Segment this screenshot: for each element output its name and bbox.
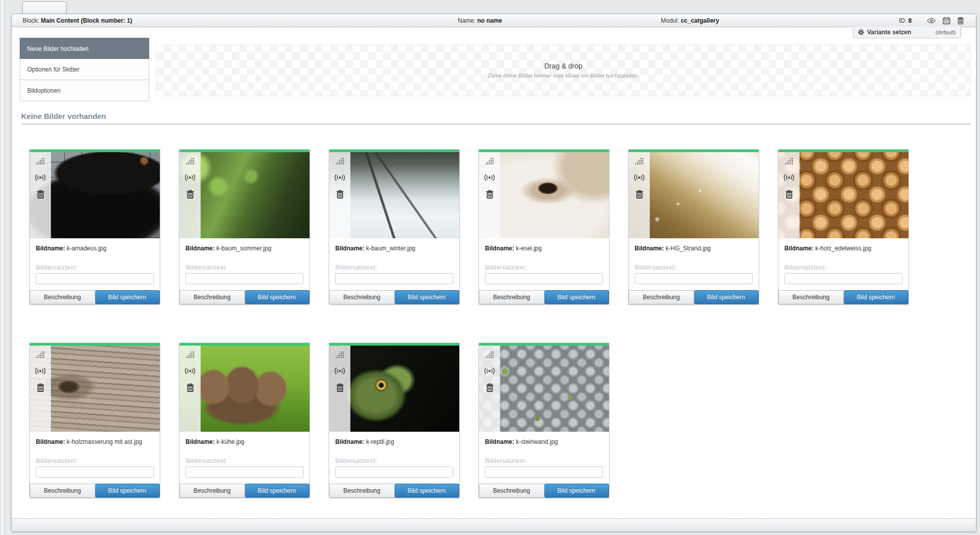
card-buttons: Beschreibung Bild speichern xyxy=(479,484,609,498)
card-buttons: Beschreibung Bild speichern xyxy=(629,290,759,304)
calendar-icon[interactable] xyxy=(943,17,950,24)
broadcast-icon[interactable] xyxy=(784,174,794,181)
description-button[interactable]: Beschreibung xyxy=(329,290,395,304)
drag-handle-icon[interactable] xyxy=(36,158,45,165)
eye-icon[interactable] xyxy=(927,18,936,23)
trash-icon[interactable] xyxy=(636,190,643,198)
description-button[interactable]: Beschreibung xyxy=(329,484,395,498)
bildname-value: k-baum_sommer.jpg xyxy=(216,245,271,252)
save-image-button[interactable]: Bild speichern xyxy=(694,290,759,304)
description-button[interactable]: Beschreibung xyxy=(30,484,95,498)
bildersatztext-input[interactable] xyxy=(485,273,603,284)
card-info: Bildname: k-amadeus.jpg Bildersatztext: xyxy=(30,238,160,290)
card-media xyxy=(479,152,609,238)
set-variant-button[interactable]: Variante setzen (default) xyxy=(853,27,961,38)
description-button[interactable]: Beschreibung xyxy=(179,484,245,498)
trash-icon[interactable] xyxy=(37,190,44,198)
card-media xyxy=(329,346,459,432)
tab-bildoptionen[interactable]: Bildoptionen xyxy=(20,80,149,101)
drag-drop-upload-area[interactable]: Drag & drop Ziehe deine Bilder hierher o… xyxy=(156,44,971,96)
card-icon-strip xyxy=(30,152,51,238)
broadcast-icon[interactable] xyxy=(35,174,45,181)
trash-icon[interactable] xyxy=(336,190,344,198)
bildersatztext-input[interactable] xyxy=(36,466,154,478)
description-button[interactable]: Beschreibung xyxy=(629,290,694,304)
broadcast-icon[interactable] xyxy=(484,174,495,181)
trash-icon[interactable] xyxy=(486,190,494,198)
description-button[interactable]: Beschreibung xyxy=(778,290,844,304)
drag-handle-icon[interactable] xyxy=(186,158,195,165)
bildname-value: k-holzmasserung mit ast.jpg xyxy=(67,438,142,445)
bildersatztext-input[interactable] xyxy=(186,273,303,284)
save-image-button[interactable]: Bild speichern xyxy=(844,290,909,304)
bildname-label: Bildname: xyxy=(36,438,65,445)
bildersatztext-input[interactable] xyxy=(335,273,453,284)
image-card: Bildname: k-kühe.jpg Bildersatztext: Bes… xyxy=(179,343,310,498)
save-image-button[interactable]: Bild speichern xyxy=(544,484,609,498)
bildname-row: Bildname: k-holz_edelweiss.jpg xyxy=(784,245,902,252)
top-mini-tab[interactable] xyxy=(22,2,67,14)
trash-icon[interactable] xyxy=(486,383,494,392)
card-icon-strip xyxy=(629,152,650,238)
save-image-button[interactable]: Bild speichern xyxy=(395,290,460,304)
bildname-value: k-HG_Strand.jpg xyxy=(665,245,710,252)
save-image-button[interactable]: Bild speichern xyxy=(245,484,310,498)
trash-icon[interactable] xyxy=(957,17,964,24)
bildersatztext-label: Bildersatztext: xyxy=(36,264,154,271)
description-button[interactable]: Beschreibung xyxy=(479,290,544,304)
variant-default-badge: (default) xyxy=(936,29,956,35)
broadcast-icon[interactable] xyxy=(185,367,195,375)
drag-handle-icon[interactable] xyxy=(485,351,494,359)
save-image-button[interactable]: Bild speichern xyxy=(245,290,310,304)
save-image-button[interactable]: Bild speichern xyxy=(544,290,609,304)
bildersatztext-input[interactable] xyxy=(186,466,303,478)
drag-handle-icon[interactable] xyxy=(335,158,344,165)
drag-handle-icon[interactable] xyxy=(485,158,494,165)
gear-icon xyxy=(858,29,864,35)
trash-icon[interactable] xyxy=(187,383,194,392)
bildname-label: Bildname: xyxy=(335,438,364,445)
description-button[interactable]: Beschreibung xyxy=(179,290,245,304)
bildersatztext-input[interactable] xyxy=(485,466,603,478)
save-image-button[interactable]: Bild speichern xyxy=(95,290,160,304)
image-card: Bildname: k-HG_Strand.jpg Bildersatztext… xyxy=(628,149,759,305)
broadcast-icon[interactable] xyxy=(185,174,195,181)
broadcast-icon[interactable] xyxy=(335,367,345,375)
trash-icon[interactable] xyxy=(37,383,44,392)
broadcast-icon[interactable] xyxy=(35,367,45,375)
left-edge-strip xyxy=(0,0,5,535)
broadcast-icon[interactable] xyxy=(335,174,345,181)
image-card-grid: Bildname: k-amadeus.jpg Bildersatztext: … xyxy=(29,149,967,498)
drag-handle-icon[interactable] xyxy=(784,158,793,165)
card-info: Bildname: k-esel.jpg Bildersatztext: xyxy=(479,238,609,290)
save-image-button[interactable]: Bild speichern xyxy=(95,484,160,498)
description-button[interactable]: Beschreibung xyxy=(30,290,95,304)
save-image-button[interactable]: Bild speichern xyxy=(395,484,460,498)
card-icon-strip xyxy=(30,346,51,432)
drag-handle-icon[interactable] xyxy=(186,351,195,359)
trash-icon[interactable] xyxy=(187,190,194,198)
drag-handle-icon[interactable] xyxy=(635,158,644,165)
bildname-label: Bildname: xyxy=(186,245,215,252)
tab-neue-bilder-hochladen[interactable]: Neue Bilder hochladen xyxy=(20,38,149,59)
card-media xyxy=(329,152,459,238)
bildersatztext-input[interactable] xyxy=(635,273,753,284)
trash-icon[interactable] xyxy=(336,383,344,392)
card-icon-strip xyxy=(179,152,201,238)
broadcast-icon[interactable] xyxy=(484,367,495,375)
tab-optionen-fuer-skitter[interactable]: Optionen für Skitter xyxy=(20,59,149,80)
bildname-row: Bildname: k-baum_winter.jpg xyxy=(335,245,453,252)
bildersatztext-input[interactable] xyxy=(36,273,154,284)
bildname-value: k-baum_winter.jpg xyxy=(366,245,415,252)
trash-icon[interactable] xyxy=(785,190,793,198)
bildersatztext-input[interactable] xyxy=(335,466,453,478)
bildersatztext-input[interactable] xyxy=(784,273,902,284)
description-button[interactable]: Beschreibung xyxy=(479,484,544,498)
broadcast-icon[interactable] xyxy=(634,174,644,181)
card-media xyxy=(479,346,609,432)
image-card: Bildname: k-reptil.jpg Bildersatztext: B… xyxy=(329,343,460,498)
image-card: Bildname: k-holz_edelweiss.jpg Bildersat… xyxy=(778,149,909,305)
drag-handle-icon[interactable] xyxy=(335,351,344,359)
block-footer-bar xyxy=(12,518,976,531)
drag-handle-icon[interactable] xyxy=(36,351,45,359)
